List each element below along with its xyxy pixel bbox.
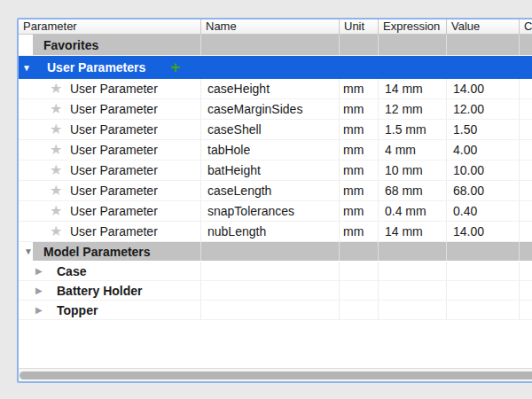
name-cell[interactable]: caseLength: [200, 181, 339, 200]
model-parameters-group-row[interactable]: ▼ Model Parameters: [19, 242, 532, 262]
value-cell: 0.40: [446, 201, 519, 221]
expression-cell[interactable]: 10 mm: [378, 160, 446, 180]
comment-cell[interactable]: [519, 181, 532, 200]
star-icon[interactable]: ★: [50, 122, 67, 137]
table-row-batHeight[interactable]: ★ User Parameter batHeight mm 10 mm 10.0…: [19, 160, 532, 181]
expression-cell[interactable]: 14 mm: [378, 222, 446, 241]
column-header-comments[interactable]: C: [519, 20, 532, 34]
column-header-value[interactable]: Value: [446, 20, 519, 34]
parameter-type-label: User Parameter: [70, 122, 158, 137]
expression-cell[interactable]: 68 mm: [378, 181, 446, 200]
parameter-type-cell: ★ User Parameter: [19, 120, 200, 139]
column-header-expression[interactable]: Expression: [378, 20, 446, 34]
parameter-type-cell: ★ User Parameter: [19, 201, 200, 221]
parameters-table: Parameter Name Unit Expression Value C F…: [17, 18, 532, 383]
user-parameters-group-row[interactable]: ▼ User Parameters +: [19, 56, 532, 79]
group-label-cell: ▶ Topper: [19, 301, 200, 319]
model-parameters-group-label: Model Parameters: [43, 245, 151, 259]
band-cell: [519, 35, 532, 55]
comment-cell[interactable]: [519, 120, 532, 139]
model-group-row-battery-holder[interactable]: ▶ Battery Holder: [19, 281, 532, 301]
star-icon[interactable]: ★: [50, 82, 67, 96]
band-cell: [446, 242, 519, 261]
star-icon[interactable]: ★: [50, 184, 67, 198]
star-icon[interactable]: ★: [50, 102, 67, 116]
caret-right-icon[interactable]: ▶: [35, 306, 43, 315]
star-icon[interactable]: ★: [50, 224, 67, 239]
table-row-caseHeight[interactable]: ★ User Parameter caseHeight mm 14 mm 14.…: [19, 79, 532, 99]
expression-cell[interactable]: 4 mm: [378, 140, 446, 160]
caret-right-icon[interactable]: ▶: [35, 267, 43, 276]
model-parameters-expander-cell: ▼: [19, 242, 33, 261]
expression-cell[interactable]: 1.5 mm: [378, 120, 446, 139]
model-group-row-case[interactable]: ▶ Case: [19, 262, 532, 281]
caret-down-icon[interactable]: ▼: [24, 247, 33, 256]
band-cell: [519, 242, 532, 261]
unit-cell: mm: [339, 160, 378, 180]
name-cell[interactable]: snapTolerances: [200, 201, 339, 221]
name-cell[interactable]: nubLength: [200, 222, 339, 241]
comment-cell[interactable]: [519, 222, 532, 241]
comment-cell: [519, 301, 532, 319]
comment-cell[interactable]: [519, 140, 532, 160]
parameter-type-label: User Parameter: [70, 184, 158, 198]
parameter-type-cell: ★ User Parameter: [19, 140, 200, 160]
table-row-caseMarginSides[interactable]: ★ User Parameter caseMarginSides mm 12 m…: [19, 99, 532, 120]
name-cell[interactable]: batHeight: [200, 160, 339, 180]
column-header-unit[interactable]: Unit: [339, 20, 378, 34]
parameter-type-label: User Parameter: [70, 204, 158, 218]
band-cell: [200, 35, 339, 55]
expression-cell[interactable]: 12 mm: [378, 99, 446, 119]
name-cell[interactable]: caseShell: [200, 120, 339, 139]
parameter-type-label: User Parameter: [70, 102, 158, 116]
add-user-parameter-button[interactable]: +: [170, 59, 180, 75]
table-row-tabHole[interactable]: ★ User Parameter tabHole mm 4 mm 4.00: [19, 140, 532, 160]
column-header-parameter[interactable]: Parameter: [19, 20, 200, 34]
table-row-caseShell[interactable]: ★ User Parameter caseShell mm 1.5 mm 1.5…: [19, 120, 532, 140]
expression-cell: [378, 281, 446, 300]
comment-cell[interactable]: [519, 79, 532, 98]
unit-cell: mm: [339, 120, 378, 139]
expression-cell[interactable]: 0.4 mm: [378, 201, 446, 221]
star-icon[interactable]: ★: [50, 143, 67, 157]
caret-right-icon[interactable]: ▶: [35, 286, 43, 295]
comment-cell: [519, 262, 532, 280]
favorites-group-row[interactable]: Favorites: [19, 35, 532, 56]
unit-cell: mm: [339, 181, 378, 200]
value-cell: [446, 301, 519, 319]
band-cell: [200, 242, 339, 261]
parameter-type-cell: ★ User Parameter: [19, 99, 200, 119]
comment-cell[interactable]: [519, 160, 532, 180]
expression-cell: [378, 301, 446, 319]
band-cell: [378, 242, 446, 261]
horizontal-scrollbar[interactable]: [19, 368, 532, 381]
expression-cell[interactable]: 14 mm: [378, 79, 446, 98]
value-cell: 1.50: [446, 120, 519, 139]
model-group-row-topper[interactable]: ▶ Topper: [19, 301, 532, 320]
comment-cell[interactable]: [519, 201, 532, 221]
parameters-panel: Parameter Name Unit Expression Value C F…: [0, 0, 532, 399]
star-icon[interactable]: ★: [50, 204, 67, 218]
table-row-snapTolerances[interactable]: ★ User Parameter snapTolerances mm 0.4 m…: [19, 201, 532, 222]
column-header-name[interactable]: Name: [200, 20, 339, 34]
star-icon[interactable]: ★: [50, 163, 67, 177]
unit-cell: [339, 301, 378, 319]
value-cell: 14.00: [446, 222, 519, 241]
table-row-caseLength[interactable]: ★ User Parameter caseLength mm 68 mm 68.…: [19, 181, 532, 201]
parameter-type-label: User Parameter: [70, 82, 158, 96]
caret-down-icon[interactable]: ▼: [22, 63, 33, 73]
name-cell[interactable]: caseHeight: [200, 79, 339, 98]
name-cell[interactable]: caseMarginSides: [200, 99, 339, 119]
table-empty-area: [19, 320, 532, 368]
name-cell[interactable]: tabHole: [200, 140, 339, 160]
table-header-row: Parameter Name Unit Expression Value C: [19, 20, 532, 35]
horizontal-scrollbar-thumb[interactable]: [20, 372, 532, 379]
parameter-type-cell: ★ User Parameter: [19, 79, 200, 98]
unit-cell: [339, 262, 378, 280]
table-row-nubLength[interactable]: ★ User Parameter nubLength mm 14 mm 14.0…: [19, 222, 532, 242]
model-group-label: Battery Holder: [57, 284, 142, 298]
comment-cell: [519, 281, 532, 300]
model-group-label: Topper: [57, 303, 98, 317]
comment-cell[interactable]: [519, 99, 532, 119]
group-label-cell: ▶ Case: [19, 262, 200, 280]
